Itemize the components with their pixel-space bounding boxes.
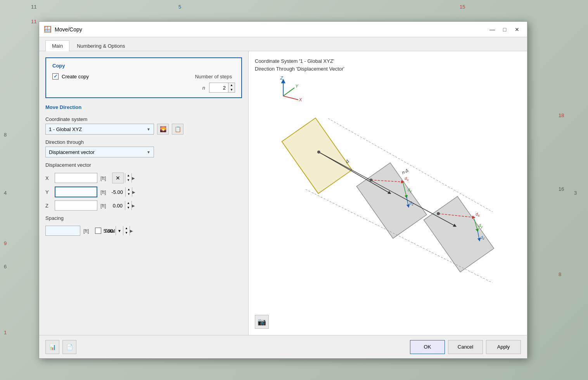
spacing-dropdown-arrow[interactable]: ▼: [116, 226, 123, 235]
displacement-section: Displacement vector X 0.00 ▲ ▼ ▶: [45, 162, 242, 211]
direction-through-row: Displacement vector ▼: [45, 147, 242, 157]
n-label: n: [202, 85, 205, 91]
x-up-btn[interactable]: ▲: [125, 173, 131, 178]
svg-point-28: [370, 178, 373, 181]
bg-num-1: 1: [4, 330, 7, 335]
create-copy-label: Create copy: [62, 74, 89, 79]
diagram-label-line1: Coordinate System '1 - Global XYZ': [255, 57, 344, 65]
coord-system-label: Coordinate system: [45, 116, 242, 122]
svg-point-27: [317, 150, 320, 154]
coord-system-value: 1 - Global XYZ: [49, 126, 82, 132]
dialog-icon: 🪟: [44, 26, 52, 33]
coord-icon-btn2[interactable]: 📋: [172, 124, 183, 135]
cancel-button[interactable]: Cancel: [448, 340, 483, 354]
svg-text:dx: dx: [476, 212, 480, 218]
svg-line-4: [283, 96, 298, 100]
x-unit: [ft]: [100, 175, 106, 181]
x-down-btn[interactable]: ▼: [125, 178, 131, 183]
maximize-button[interactable]: □: [499, 25, 510, 34]
coord-icon-btn1[interactable]: 🌄: [157, 124, 169, 135]
z-row: Z 0.00 ▲ ▼ ▶ [ft]: [45, 200, 242, 211]
z-unit: [ft]: [100, 203, 106, 209]
tab-numbering-options[interactable]: Numbering & Options: [70, 40, 131, 51]
left-panel: Copy Create copy Number of steps n 2: [39, 51, 249, 335]
steps-input[interactable]: 2: [209, 83, 228, 92]
spacing-row: 5.00 ▼ ▲ ▼ ▶ [ft] Total: [45, 226, 242, 236]
svg-text:dx: dx: [405, 176, 409, 182]
move-direction-title: Move Direction: [45, 104, 242, 110]
camera-view-btn[interactable]: 📷: [255, 315, 269, 329]
disp-icon-btn[interactable]: ✕: [112, 173, 124, 183]
direction-dropdown-arrow: ▼: [147, 150, 150, 154]
y-up-btn[interactable]: ▲: [126, 187, 132, 192]
total-checkbox[interactable]: [95, 228, 101, 234]
title-bar-left: 🪟 Move/Copy: [44, 26, 82, 33]
minimize-button[interactable]: —: [487, 25, 498, 34]
z-input[interactable]: 0.00: [55, 201, 125, 210]
svg-text:Z: Z: [280, 76, 284, 80]
tab-main[interactable]: Main: [45, 40, 69, 51]
svg-text:Y: Y: [295, 84, 299, 88]
content-area: Copy Create copy Number of steps n 2: [39, 51, 527, 335]
copy-section-title: Copy: [52, 63, 235, 69]
spacing-down-btn[interactable]: ▼: [123, 231, 130, 235]
total-row: Total: [95, 228, 115, 234]
direction-through-value: Displacement vector: [49, 149, 95, 155]
close-button[interactable]: ✕: [512, 25, 522, 34]
y-down-btn[interactable]: ▼: [126, 192, 132, 197]
right-panel: Coordinate System '1 - Global XYZ' Direc…: [249, 51, 527, 335]
bg-num-11-top: 11: [31, 4, 36, 10]
spacing-input-group: 5.00 ▼ ▲ ▼ ▶: [45, 226, 80, 236]
ok-button[interactable]: OK: [410, 340, 445, 354]
coord-system-dropdown[interactable]: 1 - Global XYZ ▼: [45, 124, 154, 135]
apply-button[interactable]: Apply: [486, 340, 521, 354]
mid-rect: [356, 163, 427, 238]
coord-system-row: 1 - Global XYZ ▼ 🌄 📋: [45, 124, 242, 135]
svg-text:X: X: [299, 97, 303, 102]
svg-line-2: [283, 88, 294, 96]
z-arrow-btn[interactable]: ▶: [131, 201, 135, 210]
steps-label: Number of steps: [195, 74, 232, 79]
steps-down-btn[interactable]: ▼: [228, 88, 235, 92]
dialog-buttons: OK Cancel Apply: [410, 340, 521, 354]
z-down-btn[interactable]: ▼: [125, 206, 131, 210]
spacing-up-btn[interactable]: ▲: [123, 226, 130, 231]
x-arrow-btn[interactable]: ▶: [131, 173, 135, 183]
spacing-spin-btns: ▲ ▼: [123, 226, 130, 235]
y-unit: [ft]: [100, 189, 106, 195]
diagram-label: Coordinate System '1 - Global XYZ' Direc…: [255, 57, 344, 73]
create-copy-checkbox[interactable]: [52, 73, 59, 79]
title-bar: 🪟 Move/Copy — □ ✕: [39, 22, 527, 37]
direction-through-dropdown[interactable]: Displacement vector ▼: [45, 147, 154, 157]
copy-icon-btn[interactable]: 📄: [62, 340, 76, 354]
end-rect: [424, 197, 494, 272]
table-icon-btn[interactable]: 📊: [45, 340, 59, 354]
steps-input-group: 2 ▲ ▼: [209, 83, 235, 93]
bg-num-16: 16: [559, 186, 564, 192]
bg-num-9: 9: [4, 240, 7, 246]
z-up-btn[interactable]: ▲: [125, 201, 131, 206]
bg-num-11-red: 11: [31, 19, 36, 24]
dialog-title: Move/Copy: [55, 26, 82, 33]
spacing-section: Spacing 5.00 ▼ ▲ ▼ ▶ [ft]: [45, 215, 242, 236]
y-arrow-btn[interactable]: ▶: [132, 187, 135, 197]
spacing-arrow-btn[interactable]: ▶: [130, 226, 133, 235]
bg-num-5: 5: [178, 4, 181, 10]
disp-vector-label: Displacement vector: [45, 162, 242, 168]
create-copy-row: Create copy: [52, 73, 89, 79]
copy-section: Copy Create copy Number of steps n 2: [45, 57, 242, 98]
steps-up-btn[interactable]: ▲: [228, 83, 235, 88]
y-input[interactable]: -5.00: [55, 187, 125, 197]
y-axis-label: Y: [45, 189, 52, 195]
svg-rect-6: [282, 118, 352, 193]
steps-spin-btns: ▲ ▼: [228, 83, 235, 92]
bg-num-3-r: 3: [574, 190, 577, 196]
coord-axes: Z Y X: [280, 76, 303, 102]
steps-group: Number of steps: [195, 74, 235, 79]
window-controls: — □ ✕: [487, 25, 522, 34]
x-spin-btns: ▲ ▼: [125, 173, 131, 183]
diagram-svg: Z Y X: [249, 51, 527, 335]
svg-rect-7: [356, 163, 427, 238]
bg-num-6: 6: [4, 264, 7, 269]
dialog: 🪟 Move/Copy — □ ✕ Main Numbering & Optio…: [39, 21, 527, 359]
